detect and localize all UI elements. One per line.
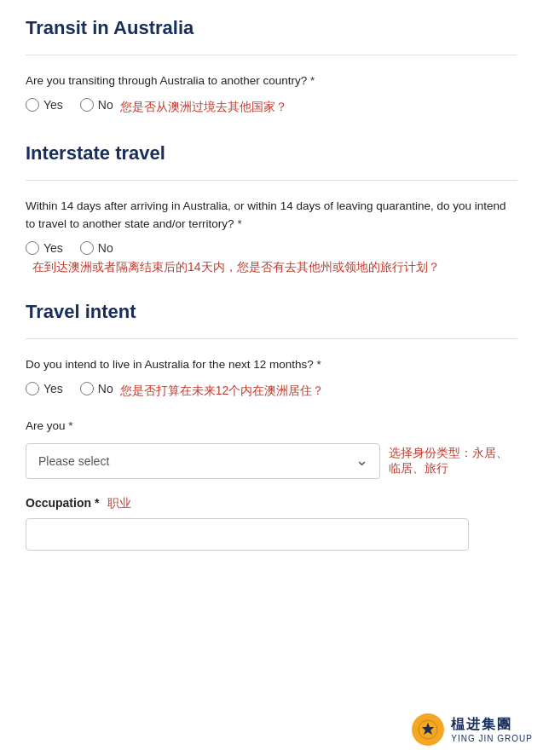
transit-yes-label: Yes	[43, 98, 63, 112]
travel-chinese-hint: 您是否打算在未来12个内在澳洲居住？	[120, 384, 325, 399]
watermark-english-name: YING JIN GROUP	[451, 734, 533, 743]
occupation-chinese-hint: 职业	[107, 496, 131, 510]
interstate-question-label: Within 14 days after arriving in Austral…	[26, 198, 517, 233]
watermark-chinese-name: 榅进集團	[451, 716, 512, 734]
travel-q1-radio-row: Yes No 您是否打算在未来12个内在澳洲居住？	[26, 382, 517, 401]
travel-intent-title: Travel intent	[26, 301, 517, 323]
interstate-yes-radio[interactable]	[26, 241, 39, 255]
occupation-field-group: Occupation * 职业	[26, 496, 517, 551]
are-you-chinese-hint: 选择身份类型：永居、临居、旅行	[389, 446, 517, 476]
are-you-label: Are you *	[26, 418, 517, 435]
interstate-no-option[interactable]: No	[80, 241, 113, 255]
are-you-field-group: Are you * Please select Permanent reside…	[26, 418, 517, 479]
transit-radio-group: Yes No	[26, 98, 113, 112]
transit-yes-option[interactable]: Yes	[26, 98, 63, 112]
travel-no-label: No	[98, 382, 113, 395]
travel-yes-option[interactable]: Yes	[26, 382, 63, 395]
interstate-radio-row: Yes No 在到达澳洲或者隔离结束后的14天内，您是否有去其他州或领地的旅行计…	[26, 241, 517, 275]
transit-title: Transit in Australia	[26, 17, 517, 39]
occupation-label: Occupation * 职业	[26, 496, 517, 511]
interstate-chinese-hint: 在到达澳洲或者隔离结束后的14天内，您是否有去其他州或领地的旅行计划？	[32, 260, 440, 275]
transit-no-label: No	[98, 98, 113, 112]
transit-radio-row: Yes No 您是否从澳洲过境去其他国家？	[26, 98, 517, 117]
are-you-select-row: Please select Permanent resident Tempora…	[26, 443, 517, 479]
travel-intent-divider	[26, 338, 517, 339]
travel-q1-radio-group: Yes No	[26, 382, 113, 395]
transit-divider	[26, 55, 517, 55]
interstate-yes-option[interactable]: Yes	[26, 241, 63, 255]
transit-question-label: Are you transiting through Australia to …	[26, 72, 517, 89]
interstate-radio-group: Yes No	[26, 241, 113, 255]
occupation-input[interactable]	[26, 518, 469, 551]
travel-yes-radio[interactable]	[26, 382, 39, 395]
watermark-logo	[412, 713, 444, 746]
interstate-section: Interstate travel Within 14 days after a…	[26, 142, 517, 275]
are-you-select-wrapper: Please select Permanent resident Tempora…	[26, 443, 380, 479]
transit-no-radio[interactable]	[80, 98, 94, 112]
watermark-icon	[418, 719, 438, 740]
interstate-divider	[26, 180, 517, 181]
travel-no-option[interactable]: No	[80, 382, 113, 395]
transit-yes-radio[interactable]	[26, 98, 39, 112]
interstate-yes-label: Yes	[43, 241, 63, 255]
transit-no-option[interactable]: No	[80, 98, 113, 112]
travel-q1-label: Do you intend to live in Australia for t…	[26, 356, 517, 373]
watermark: 榅进集團 YING JIN GROUP	[412, 713, 533, 746]
interstate-no-radio[interactable]	[80, 241, 94, 255]
transit-section: Transit in Australia Are you transiting …	[26, 17, 517, 117]
watermark-text-group: 榅进集團 YING JIN GROUP	[451, 716, 533, 743]
interstate-title: Interstate travel	[26, 142, 517, 164]
transit-chinese-hint: 您是否从澳洲过境去其他国家？	[120, 100, 287, 115]
are-you-select[interactable]: Please select Permanent resident Tempora…	[26, 443, 380, 479]
travel-yes-label: Yes	[43, 382, 63, 395]
interstate-no-label: No	[98, 241, 113, 255]
travel-no-radio[interactable]	[80, 382, 94, 395]
travel-intent-section: Travel intent Do you intend to live in A…	[26, 301, 517, 551]
